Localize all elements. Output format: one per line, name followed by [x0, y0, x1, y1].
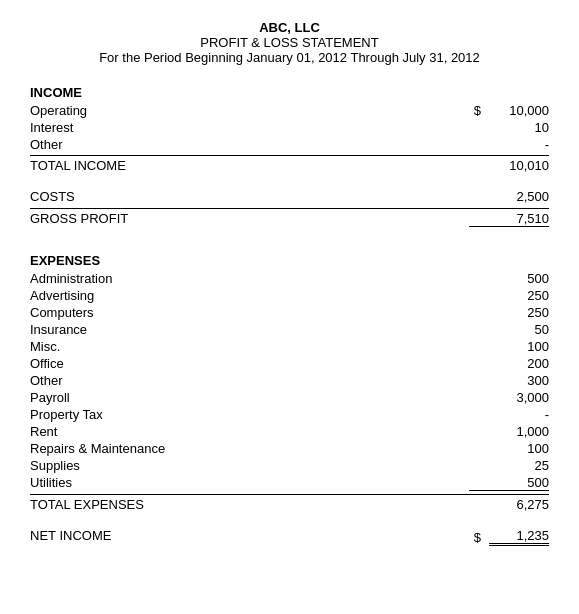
- expense-item-label: Utilities: [30, 475, 469, 491]
- income-item-label: Interest: [30, 120, 465, 135]
- expense-item-label: Payroll: [30, 390, 469, 405]
- expenses-label: EXPENSES: [30, 253, 549, 268]
- expense-item: Advertising250: [30, 287, 549, 304]
- expense-item: Computers250: [30, 304, 549, 321]
- period: For the Period Beginning January 01, 201…: [30, 50, 549, 65]
- total-expenses-amount: 6,275: [469, 497, 549, 512]
- costs-section: COSTS 2,500: [30, 187, 549, 206]
- total-income-row: TOTAL INCOME 10,010: [30, 155, 549, 175]
- income-item-amount: -: [489, 137, 549, 152]
- expense-item-amount: 500: [469, 271, 549, 286]
- expense-item-amount: 100: [469, 339, 549, 354]
- expense-item-amount: 3,000: [469, 390, 549, 405]
- expense-item-amount: -: [469, 407, 549, 422]
- net-income-section: NET INCOME $ 1,235: [30, 526, 549, 548]
- expense-item-amount: 1,000: [469, 424, 549, 439]
- expense-item: Insurance50: [30, 321, 549, 338]
- expense-item: Other300: [30, 372, 549, 389]
- income-item-amount: 10: [489, 120, 549, 135]
- expense-item: Utilities500: [30, 474, 549, 492]
- net-income-label: NET INCOME: [30, 528, 474, 546]
- report-title: PROFIT & LOSS STATEMENT: [30, 35, 549, 50]
- header: ABC, LLC PROFIT & LOSS STATEMENT For the…: [30, 20, 549, 65]
- expense-item-label: Property Tax: [30, 407, 469, 422]
- expense-item: Payroll3,000: [30, 389, 549, 406]
- expense-item-label: Supplies: [30, 458, 469, 473]
- expense-item-amount: 25: [469, 458, 549, 473]
- expense-item: Property Tax-: [30, 406, 549, 423]
- gross-profit-amount: 7,510: [469, 211, 549, 227]
- expense-item-amount: 300: [469, 373, 549, 388]
- net-income-amount: 1,235: [489, 528, 549, 546]
- gross-profit-section: GROSS PROFIT 7,510: [30, 208, 549, 229]
- total-income-label: TOTAL INCOME: [30, 158, 469, 173]
- expense-item-amount: 250: [469, 288, 549, 303]
- costs-label: COSTS: [30, 189, 469, 204]
- expense-item: Misc.100: [30, 338, 549, 355]
- income-item: Operating$10,000: [30, 102, 549, 119]
- expense-item-label: Advertising: [30, 288, 469, 303]
- expense-item-label: Office: [30, 356, 469, 371]
- company-name: ABC, LLC: [30, 20, 549, 35]
- income-item: Interest10: [30, 119, 549, 136]
- costs-amount: 2,500: [469, 189, 549, 204]
- gross-profit-label: GROSS PROFIT: [30, 211, 469, 227]
- expense-item: Rent1,000: [30, 423, 549, 440]
- expense-item-label: Administration: [30, 271, 469, 286]
- total-expenses-label: TOTAL EXPENSES: [30, 497, 469, 512]
- expense-item-amount: 500: [469, 475, 549, 491]
- expense-item: Repairs & Maintenance100: [30, 440, 549, 457]
- expense-item-label: Misc.: [30, 339, 469, 354]
- net-income-dollar: $: [474, 530, 481, 545]
- income-item-label: Operating: [30, 103, 474, 118]
- expense-item-label: Rent: [30, 424, 469, 439]
- income-item-label: Other: [30, 137, 465, 152]
- total-expenses-row: TOTAL EXPENSES 6,275: [30, 494, 549, 514]
- income-item: Other-: [30, 136, 549, 153]
- income-section: INCOME Operating$10,000Interest10Other- …: [30, 85, 549, 175]
- expense-item-amount: 200: [469, 356, 549, 371]
- expense-item-amount: 50: [469, 322, 549, 337]
- expense-item: Supplies25: [30, 457, 549, 474]
- costs-row: COSTS 2,500: [30, 187, 549, 206]
- gross-profit-row: GROSS PROFIT 7,510: [30, 208, 549, 229]
- expense-item-amount: 100: [469, 441, 549, 456]
- income-label: INCOME: [30, 85, 549, 100]
- expense-item-label: Computers: [30, 305, 469, 320]
- expense-item-label: Repairs & Maintenance: [30, 441, 469, 456]
- income-item-amount: 10,000: [489, 103, 549, 118]
- expenses-section: EXPENSES Administration500Advertising250…: [30, 253, 549, 514]
- net-income-row: NET INCOME $ 1,235: [30, 526, 549, 548]
- expense-item: Administration500: [30, 270, 549, 287]
- total-income-amount: 10,010: [469, 158, 549, 173]
- expense-item: Office200: [30, 355, 549, 372]
- expense-item-label: Other: [30, 373, 469, 388]
- dollar-sign: $: [474, 103, 481, 118]
- expense-item-label: Insurance: [30, 322, 469, 337]
- expense-item-amount: 250: [469, 305, 549, 320]
